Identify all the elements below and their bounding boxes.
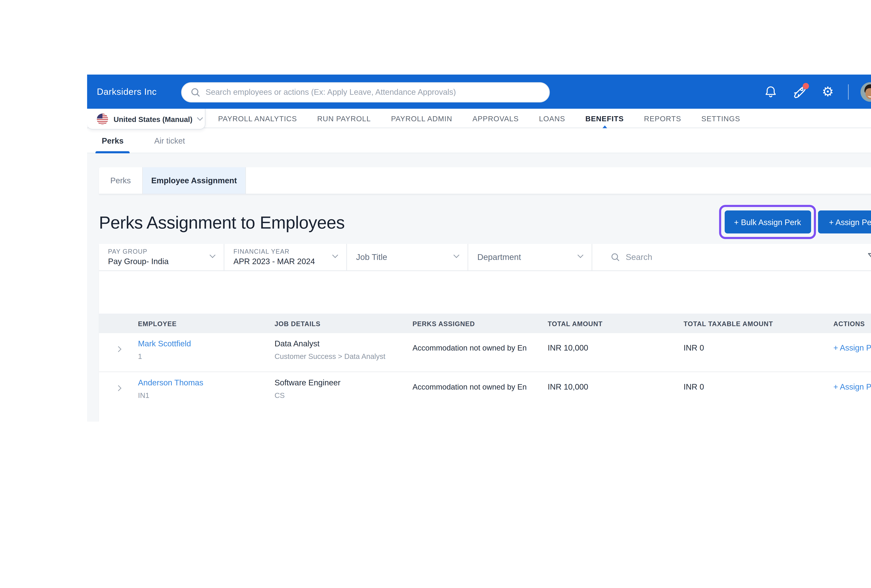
pay-group-filter[interactable]: PAY GROUP Pay Group- India bbox=[99, 244, 224, 271]
subnav-air-ticket[interactable]: Air ticket bbox=[154, 128, 185, 153]
search-icon bbox=[611, 252, 620, 262]
perks-assigned-cell: Accommodation not owned by En bbox=[413, 333, 548, 371]
table-search-input[interactable] bbox=[626, 252, 861, 262]
pay-group-label: PAY GROUP bbox=[108, 248, 147, 255]
module-nav-row: United States (Manual) PAYROLL ANALYTICS… bbox=[87, 109, 871, 128]
department-filter[interactable]: Department bbox=[468, 244, 592, 271]
chevron-down-icon bbox=[453, 252, 459, 258]
row-expander[interactable] bbox=[99, 372, 138, 411]
us-flag-icon bbox=[97, 113, 108, 124]
nav-settings[interactable]: SETTINGS bbox=[701, 114, 740, 123]
gear-icon: ⚙ bbox=[822, 85, 834, 98]
bulk-assign-perk-button[interactable]: + Bulk Assign Perk bbox=[724, 211, 811, 233]
job-title-filter[interactable]: Job Title bbox=[347, 244, 468, 271]
employee-cell: Anderson Thomas IN1 bbox=[138, 372, 275, 411]
company-name: Darksiders Inc bbox=[97, 75, 157, 109]
tab-perks[interactable]: Perks bbox=[99, 167, 143, 194]
chevron-down-icon bbox=[578, 252, 584, 258]
active-subnav-underline bbox=[96, 151, 130, 153]
employee-id: 1 bbox=[138, 351, 275, 362]
search-icon bbox=[190, 87, 201, 97]
main-nav: PAYROLL ANALYTICS RUN PAYROLL PAYROLL AD… bbox=[218, 109, 740, 128]
filters-row: PAY GROUP Pay Group- India FINANCIAL YEA… bbox=[99, 244, 871, 271]
nav-approvals[interactable]: APPROVALS bbox=[473, 114, 519, 123]
nav-benefits[interactable]: BENEFITS bbox=[585, 114, 624, 123]
employee-cell: Mark Scottfield 1 bbox=[138, 333, 275, 371]
total-taxable-amount-cell: INR 0 bbox=[684, 333, 834, 371]
row-assign-perk-link[interactable]: + Assign Perk bbox=[834, 333, 871, 371]
whats-new-button[interactable] bbox=[791, 83, 808, 100]
filter-clear-icon[interactable] bbox=[866, 251, 871, 264]
financial-year-value: APR 2023 - MAR 2024 bbox=[233, 257, 315, 265]
chevron-down-icon bbox=[197, 115, 203, 121]
country-selector[interactable]: United States (Manual) bbox=[87, 109, 205, 130]
job-path: Customer Success > Data Analyst bbox=[275, 351, 413, 362]
col-total-amount: TOTAL AMOUNT bbox=[548, 320, 684, 327]
page-title: Perks Assignment to Employees bbox=[99, 212, 345, 233]
settings-button[interactable]: ⚙ bbox=[819, 83, 836, 100]
assignment-card: PAY GROUP Pay Group- India FINANCIAL YEA… bbox=[99, 244, 871, 422]
topbar: Darksiders Inc bbox=[87, 75, 871, 109]
job-details-cell: Software Engineer CS bbox=[275, 372, 413, 411]
financial-year-label: FINANCIAL YEAR bbox=[233, 248, 289, 255]
employee-name-link[interactable]: Anderson Thomas bbox=[138, 378, 275, 388]
nav-run-payroll[interactable]: RUN PAYROLL bbox=[317, 114, 371, 123]
chevron-right-icon bbox=[115, 346, 121, 352]
topbar-icons: ⚙ bbox=[762, 75, 871, 109]
pay-group-value: Pay Group- India bbox=[108, 257, 169, 265]
col-job-details: JOB DETAILS bbox=[275, 320, 413, 327]
chevron-down-icon bbox=[332, 252, 338, 258]
nav-reports[interactable]: REPORTS bbox=[644, 114, 681, 123]
employee-id: IN1 bbox=[138, 390, 275, 401]
nav-payroll-admin[interactable]: PAYROLL ADMIN bbox=[391, 114, 452, 123]
bell-icon bbox=[763, 84, 778, 99]
nav-payroll-analytics[interactable]: PAYROLL ANALYTICS bbox=[218, 114, 297, 123]
total-amount-cell: INR 10,000 bbox=[548, 333, 684, 371]
total-taxable-amount-cell: INR 0 bbox=[684, 372, 834, 411]
financial-year-filter[interactable]: FINANCIAL YEAR APR 2023 - MAR 2024 bbox=[224, 244, 347, 271]
topbar-divider bbox=[848, 84, 849, 99]
table-header: EMPLOYEE JOB DETAILS PERKS ASSIGNED TOTA… bbox=[99, 314, 871, 333]
global-search[interactable] bbox=[181, 82, 550, 102]
table-row: Anderson Thomas IN1 Software Engineer CS… bbox=[99, 372, 871, 411]
global-search-input[interactable] bbox=[205, 88, 541, 96]
col-employee: EMPLOYEE bbox=[138, 320, 275, 327]
subnav-perks[interactable]: Perks bbox=[102, 128, 124, 153]
col-actions: ACTIONS bbox=[834, 320, 871, 327]
job-path: CS bbox=[275, 390, 413, 401]
tab-employee-assignment[interactable]: Employee Assignment bbox=[143, 167, 246, 194]
notification-badge bbox=[803, 82, 809, 89]
perks-tabstrip: Perks Employee Assignment bbox=[99, 167, 871, 195]
col-perks-assigned: PERKS ASSIGNED bbox=[413, 320, 548, 327]
table-search[interactable] bbox=[592, 244, 871, 271]
row-expander[interactable] bbox=[99, 333, 138, 371]
job-title: Data Analyst bbox=[275, 339, 413, 349]
col-total-taxable-amount: TOTAL TAXABLE AMOUNT bbox=[684, 320, 834, 327]
perks-assigned-cell: Accommodation not owned by En bbox=[413, 372, 548, 411]
employee-name-link[interactable]: Mark Scottfield bbox=[138, 339, 275, 349]
row-assign-perk-link[interactable]: + Assign Perk bbox=[834, 372, 871, 411]
table-row: Mark Scottfield 1 Data Analyst Customer … bbox=[99, 333, 871, 372]
nav-benefits-label: BENEFITS bbox=[585, 114, 624, 123]
job-details-cell: Data Analyst Customer Success > Data Ana… bbox=[275, 333, 413, 371]
user-avatar[interactable] bbox=[861, 82, 871, 102]
benefits-subnav: Perks Air ticket bbox=[87, 128, 871, 153]
nav-loans[interactable]: LOANS bbox=[539, 114, 565, 123]
department-placeholder: Department bbox=[477, 252, 521, 262]
subnav-perks-label: Perks bbox=[102, 136, 124, 145]
assign-perk-button[interactable]: + Assign Perk bbox=[818, 211, 871, 233]
page-content: Perks Employee Assignment Perks Assignme… bbox=[87, 153, 871, 422]
bulk-assign-highlight-ring: + Bulk Assign Perk bbox=[719, 205, 816, 239]
total-amount-cell: INR 10,000 bbox=[548, 372, 684, 411]
chevron-right-icon bbox=[115, 385, 121, 391]
app-window: Darksiders Inc bbox=[87, 75, 871, 422]
job-title: Software Engineer bbox=[275, 378, 413, 388]
avatar-image bbox=[861, 82, 871, 102]
chevron-down-icon bbox=[210, 252, 216, 258]
notifications-button[interactable] bbox=[762, 83, 779, 100]
country-label: United States (Manual) bbox=[114, 115, 193, 123]
job-title-placeholder: Job Title bbox=[356, 252, 387, 262]
